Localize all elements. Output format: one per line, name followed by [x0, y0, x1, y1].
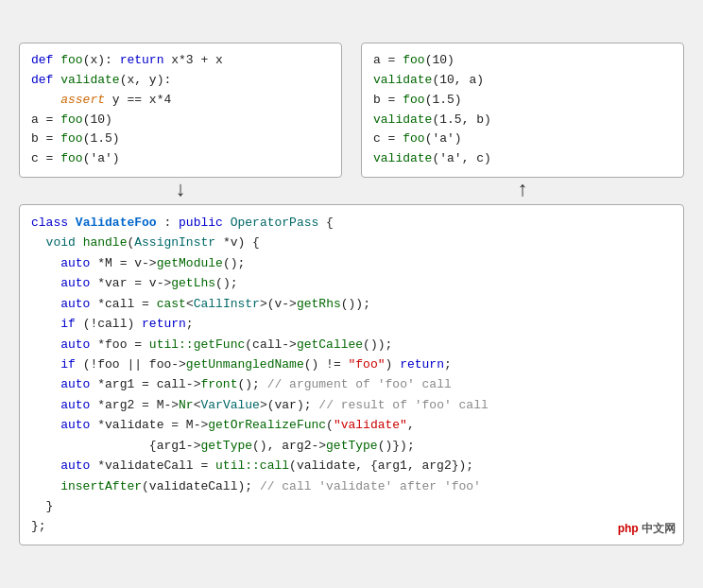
- code-line: c = foo('a'): [31, 149, 330, 169]
- code-line: a = foo(10): [373, 51, 672, 71]
- code-line: def foo(x): return x*3 + x: [31, 51, 330, 71]
- code-line: auto *validateCall = util::call(validate…: [31, 456, 672, 476]
- code-line: assert y == x*4: [31, 91, 330, 111]
- watermark: php 中文网: [618, 520, 676, 539]
- code-line: validate(10, a): [373, 71, 672, 91]
- code-line: }: [31, 496, 672, 516]
- main-container: def foo(x): return x*3 + x def validate(…: [19, 43, 684, 545]
- up-arrow: ↑: [361, 178, 684, 204]
- code-line: auto *M = v->getModule();: [31, 253, 672, 273]
- code-line: {arg1->getType(), arg2->getType()});: [31, 436, 672, 456]
- code-line: a = foo(10): [31, 111, 330, 130]
- code-line: b = foo(1.5): [31, 130, 330, 149]
- code-line: auto *call = cast<CallInstr>(v->getRhs()…: [31, 294, 672, 314]
- code-line: void handle(AssignInstr *v) {: [31, 233, 672, 252]
- code-line: c = foo('a'): [373, 130, 672, 149]
- code-line: auto *validate = M->getOrRealizeFunc("va…: [31, 415, 672, 435]
- code-line: };: [31, 516, 672, 536]
- top-left-code-box: def foo(x): return x*3 + x def validate(…: [19, 43, 342, 178]
- arrows-row: ↓ ↑: [19, 178, 684, 204]
- code-line: def validate(x, y):: [31, 71, 330, 91]
- code-line: auto *var = v->getLhs();: [31, 273, 672, 293]
- code-line: class ValidateFoo : public OperatorPass …: [31, 213, 672, 233]
- code-line: validate(1.5, b): [373, 111, 672, 130]
- code-line: validate('a', c): [373, 149, 672, 169]
- code-line: auto *foo = util::getFunc(call->getCalle…: [31, 335, 672, 355]
- code-line: insertAfter(validateCall); // call 'vali…: [31, 476, 672, 496]
- code-line: if (!call) return;: [31, 314, 672, 334]
- down-arrow: ↓: [19, 178, 342, 204]
- code-line: if (!foo || foo->getUnmangledName() != "…: [31, 355, 672, 374]
- code-line: auto *arg1 = call->front(); // argument …: [31, 374, 672, 394]
- code-line: b = foo(1.5): [373, 91, 672, 111]
- code-line: auto *arg2 = M->Nr<VarValue>(var); // re…: [31, 395, 672, 415]
- top-row: def foo(x): return x*3 + x def validate(…: [19, 43, 684, 178]
- bottom-code-box: class ValidateFoo : public OperatorPass …: [19, 204, 684, 545]
- top-right-code-box: a = foo(10) validate(10, a) b = foo(1.5)…: [361, 43, 684, 178]
